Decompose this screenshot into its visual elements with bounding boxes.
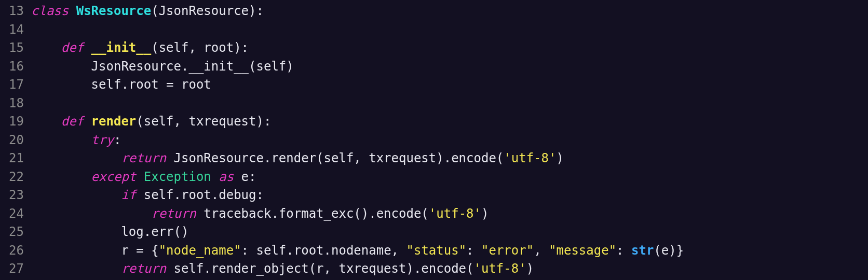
token-kw: return xyxy=(121,261,166,276)
line-number: 19 xyxy=(0,113,31,131)
token-p: JsonResource.render(self, txrequest).enc… xyxy=(166,151,504,165)
token-p: self.render_object(r, txrequest).encode( xyxy=(166,261,473,276)
code-content[interactable]: def render(self, txrequest): xyxy=(31,113,271,131)
token-p: ) xyxy=(481,206,489,221)
line-number: 26 xyxy=(0,242,31,260)
token-p xyxy=(31,206,151,221)
token-kw: return xyxy=(121,151,166,165)
line-number: 18 xyxy=(0,94,31,113)
token-p: : xyxy=(466,243,481,258)
line-number: 24 xyxy=(0,205,31,223)
code-content[interactable]: return JsonResource.render(self, txreque… xyxy=(31,149,564,168)
line-number: 21 xyxy=(0,149,31,168)
line-number: 25 xyxy=(0,223,31,242)
code-line[interactable]: 23 if self.root.debug: xyxy=(0,186,868,205)
token-p: JsonResource.__init__(self) xyxy=(31,59,294,74)
token-bi: str xyxy=(631,243,654,258)
token-str: 'utf-8' xyxy=(504,151,556,165)
line-number: 13 xyxy=(0,2,31,21)
code-content[interactable]: if self.root.debug: xyxy=(31,186,264,205)
token-p: self.root = root xyxy=(31,77,211,92)
token-p: e: xyxy=(234,170,256,184)
code-line[interactable]: 22 except Exception as e: xyxy=(0,168,868,187)
code-content[interactable]: return self.render_object(r, txrequest).… xyxy=(31,260,534,278)
line-number: 23 xyxy=(0,186,31,205)
token-p xyxy=(136,170,143,184)
code-editor[interactable]: 13class WsResource(JsonResource):1415 de… xyxy=(0,0,868,280)
token-str: 'utf-8' xyxy=(474,261,526,276)
token-str: "node_name" xyxy=(159,243,241,258)
token-p: traceback.format_exc().encode( xyxy=(196,206,429,221)
token-p: (self, root): xyxy=(151,40,249,55)
line-number: 22 xyxy=(0,168,31,187)
code-line[interactable]: 27 return self.render_object(r, txreques… xyxy=(0,260,868,278)
token-kw: if xyxy=(121,188,136,202)
token-fn: render xyxy=(91,114,137,129)
code-line[interactable]: 16 JsonResource.__init__(self) xyxy=(0,58,868,76)
token-p: log.err() xyxy=(31,225,188,239)
code-content[interactable]: except Exception as e: xyxy=(31,168,256,187)
code-line[interactable]: 25 log.err() xyxy=(0,223,868,242)
token-p: r = { xyxy=(31,243,159,258)
token-p: (e)} xyxy=(654,243,684,258)
token-p xyxy=(31,151,121,165)
token-p: : xyxy=(616,243,631,258)
code-line[interactable]: 20 try: xyxy=(0,131,868,150)
code-content[interactable]: log.err() xyxy=(31,223,188,242)
code-line[interactable]: 14 xyxy=(0,21,868,39)
line-number: 27 xyxy=(0,260,31,278)
line-number: 20 xyxy=(0,131,31,150)
token-p xyxy=(31,114,61,129)
token-kw: def xyxy=(61,40,91,55)
code-line[interactable]: 17 self.root = root xyxy=(0,76,868,94)
token-cls: WsResource xyxy=(76,4,152,18)
token-p: : self.root.nodename, xyxy=(241,243,406,258)
token-kw: return xyxy=(151,206,196,221)
token-str: 'utf-8' xyxy=(429,206,481,221)
token-fn: __init__ xyxy=(91,40,152,55)
token-p: (self, txrequest): xyxy=(136,114,271,129)
line-number: 16 xyxy=(0,58,31,76)
code-content[interactable]: def __init__(self, root): xyxy=(31,39,249,58)
code-content[interactable]: class WsResource(JsonResource): xyxy=(31,2,264,21)
token-p xyxy=(31,133,91,147)
token-kw: def xyxy=(61,114,91,129)
token-p xyxy=(211,170,219,184)
token-p xyxy=(31,261,121,276)
token-p xyxy=(31,40,61,55)
line-number: 15 xyxy=(0,39,31,58)
code-line[interactable]: 13class WsResource(JsonResource): xyxy=(0,2,868,21)
code-content[interactable]: r = {"node_name": self.root.nodename, "s… xyxy=(31,242,684,260)
token-p xyxy=(31,188,121,202)
token-p: ) xyxy=(556,151,563,165)
code-content[interactable]: return traceback.format_exc().encode('ut… xyxy=(31,205,489,223)
token-kw: class xyxy=(31,4,76,18)
code-line[interactable]: 19 def render(self, txrequest): xyxy=(0,113,868,131)
token-p: , xyxy=(534,243,549,258)
token-p: self.root.debug: xyxy=(136,188,264,202)
code-content[interactable]: JsonResource.__init__(self) xyxy=(31,58,294,76)
token-p xyxy=(31,170,91,184)
token-kw: try xyxy=(91,133,114,147)
code-line[interactable]: 15 def __init__(self, root): xyxy=(0,39,868,58)
token-p: (JsonResource): xyxy=(151,4,264,18)
line-number: 14 xyxy=(0,21,31,39)
token-str: "error" xyxy=(481,243,534,258)
code-line[interactable]: 24 return traceback.format_exc().encode(… xyxy=(0,205,868,223)
token-str: "status" xyxy=(406,243,466,258)
code-line[interactable]: 18 xyxy=(0,94,868,113)
code-line[interactable]: 21 return JsonResource.render(self, txre… xyxy=(0,149,868,168)
token-kw: as xyxy=(219,170,234,184)
token-kw: except xyxy=(91,170,137,184)
token-str: "message" xyxy=(549,243,616,258)
code-content[interactable]: try: xyxy=(31,131,121,150)
token-ty: Exception xyxy=(144,170,211,184)
code-line[interactable]: 26 r = {"node_name": self.root.nodename,… xyxy=(0,242,868,260)
code-content[interactable]: self.root = root xyxy=(31,76,211,94)
token-p: : xyxy=(114,133,121,147)
token-p: ) xyxy=(526,261,534,276)
line-number: 17 xyxy=(0,76,31,94)
